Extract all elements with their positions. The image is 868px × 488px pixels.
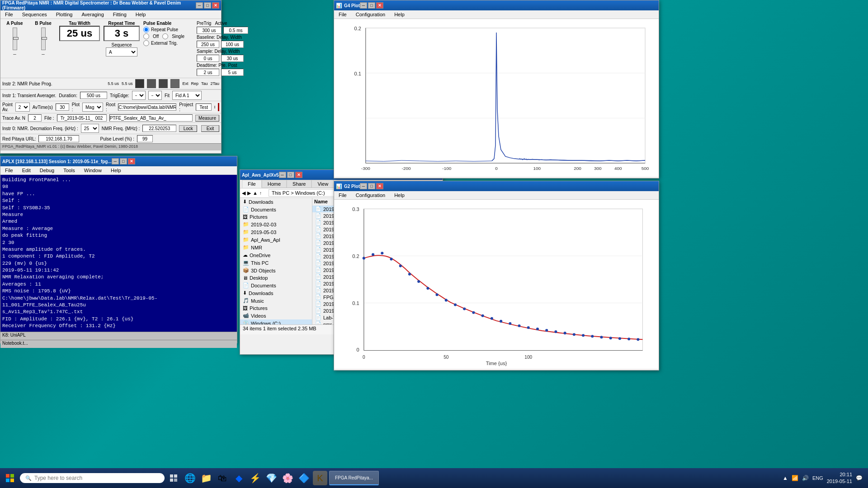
avtimes-input[interactable] (56, 103, 69, 111)
tau2-btn[interactable] (170, 79, 179, 88)
measure-btn[interactable]: Measure (195, 115, 219, 122)
sidebar-item-6[interactable]: 📁 NMR (240, 244, 312, 251)
nav-back-icon[interactable]: ◀ (242, 190, 245, 196)
duration-input[interactable] (80, 92, 107, 99)
aplx-menu-debug[interactable]: Debug (37, 167, 57, 174)
aplx-menu-tools[interactable]: Tools (61, 167, 78, 174)
baseline-width-input[interactable] (221, 41, 244, 48)
point-av-select[interactable]: 2 (15, 103, 30, 112)
aplx-maximize-btn[interactable]: □ (120, 158, 127, 164)
g2-close-btn[interactable]: ✕ (376, 183, 383, 189)
aplx-menu-edit[interactable]: Edit (19, 167, 33, 174)
sample-width-input[interactable] (221, 55, 244, 62)
taskbar-volume-icon[interactable]: 🔊 (802, 475, 809, 481)
radio-repeat[interactable]: Repeat Pulse (143, 27, 193, 33)
g2-minimize-btn[interactable]: ─ (360, 183, 367, 189)
fpga-menu-sequences[interactable]: Sequences (19, 11, 50, 18)
g4-menu-help[interactable]: Help (392, 11, 407, 18)
ext-btn[interactable] (135, 79, 144, 88)
sample-delay-input[interactable] (197, 55, 219, 62)
project-input[interactable] (196, 103, 212, 111)
taskbar-store-icon[interactable]: 🛍 (215, 471, 230, 485)
file-input[interactable] (57, 114, 107, 122)
fpga-menu-plotting[interactable]: Plotting (53, 11, 75, 18)
taskbar-app8-icon[interactable]: 🔷 (297, 471, 311, 485)
taskbar-dropbox-icon[interactable]: ◆ (231, 471, 246, 485)
taskbar-search-input[interactable] (34, 475, 159, 481)
deadtime-pre-input[interactable] (197, 69, 219, 76)
sidebar-item-4[interactable]: 📁 2019-05-03 (240, 228, 312, 236)
fpga-close-btn[interactable]: ✕ (212, 2, 219, 9)
b-pulse-slider[interactable] (42, 37, 47, 40)
file-maximize-btn[interactable]: □ (287, 172, 294, 178)
sidebar-item-1[interactable]: 📄 Documents (240, 206, 312, 213)
taskbar-aplx-icon[interactable]: K (313, 471, 327, 485)
rep-btn[interactable] (147, 79, 156, 88)
aplx-menu-help[interactable]: Help (108, 167, 124, 174)
sidebar-item-10[interactable]: 🖥 Desktop (240, 274, 312, 282)
aplx-minimize-btn[interactable]: ─ (112, 158, 119, 164)
sidebar-item-8[interactable]: 💻 This PC (240, 259, 312, 267)
taskbar-fpga-btn[interactable]: FPGA RedPitaya... (329, 471, 379, 485)
baseline-delay-input[interactable] (197, 41, 219, 48)
sidebar-item-15[interactable]: 📹 Videos (240, 312, 312, 319)
g2-maximize-btn[interactable]: □ (368, 183, 375, 189)
fpga-menu-help[interactable]: Help (133, 11, 149, 18)
file-suffix-input[interactable] (109, 114, 193, 122)
aplx-menu-file[interactable]: File (2, 167, 16, 174)
sidebar-item-5[interactable]: 📁 Apl_Aws_Apl (240, 236, 312, 244)
sidebar-item-0[interactable]: ⬇ Downloads (240, 198, 312, 206)
tau-width-value[interactable]: 25 us (59, 26, 100, 41)
fpga-menu-file[interactable]: File (2, 11, 16, 18)
g2-menu-config[interactable]: Configuration (353, 192, 388, 198)
sidebar-item-14[interactable]: 🖼 Pictures (240, 305, 312, 312)
g4-menu-file[interactable]: File (336, 11, 349, 18)
sidebar-item-16[interactable]: 💿 Windows (C:) (240, 319, 312, 324)
g4-titlebar[interactable]: 📊 G4 Plot ─ □ ✕ (334, 0, 659, 10)
taskbar-notif-icon[interactable]: 💬 (856, 475, 863, 481)
g4-minimize-btn[interactable]: ─ (360, 2, 367, 9)
pretrig-input[interactable] (197, 27, 222, 34)
sidebar-item-11[interactable]: 📄 Documents (240, 282, 312, 289)
trace-av-input[interactable] (28, 114, 42, 122)
taskbar-app6-icon[interactable]: 💎 (264, 471, 278, 485)
fpga-titlebar[interactable]: FPGA RedPitaya NMR : NMR Digital Spectro… (0, 0, 221, 10)
file-close-btn[interactable]: ✕ (295, 172, 302, 178)
fpga-menu-averaging[interactable]: Averaging (79, 11, 106, 18)
lock-btn[interactable]: Lock (179, 125, 197, 132)
taskbar-ie-icon[interactable]: 🌐 (183, 471, 197, 485)
root-input[interactable] (118, 103, 176, 111)
a-pulse-slider[interactable] (13, 37, 19, 40)
g2-menu-file[interactable]: File (336, 192, 349, 198)
sidebar-item-12[interactable]: ⬇ Downloads (240, 289, 312, 297)
fit-select[interactable]: Fid A 1 (172, 91, 202, 100)
aplx-close-btn[interactable]: ✕ (128, 158, 135, 164)
file-tab-home[interactable]: Home (262, 180, 287, 188)
sidebar-item-13[interactable]: 🎵 Music (240, 297, 312, 305)
exit-btn[interactable]: Exit (201, 125, 219, 132)
fpga-minimize-btn[interactable]: ─ (196, 2, 203, 9)
tau-btn[interactable] (159, 79, 168, 88)
aplx-titlebar[interactable]: APLX [192.168.1.133] Session 1: 2019-05-… (0, 156, 237, 166)
task-view-btn[interactable] (166, 471, 181, 485)
g2-menu-help[interactable]: Help (392, 192, 407, 198)
radio-external[interactable]: External Trig. (143, 40, 193, 46)
deadtime-post-input[interactable] (221, 69, 244, 76)
sequence-select[interactable]: A B T1 (106, 47, 137, 56)
g4-close-btn[interactable]: ✕ (376, 2, 383, 9)
repeat-time-value[interactable]: 3 s (104, 26, 140, 41)
active-input[interactable] (223, 27, 248, 34)
aplx-terminal[interactable]: Building FrontPanel ...98have FP ...Self… (0, 175, 237, 332)
fpga-maximize-btn[interactable]: □ (204, 2, 211, 9)
taskbar-search-bar[interactable]: 🔍 (20, 473, 165, 483)
g2-titlebar[interactable]: 📊 G2 Plot ─ □ ✕ (334, 181, 659, 191)
pulse-level-input[interactable] (137, 135, 153, 142)
dec-freq-select[interactable]: 25 (81, 124, 99, 133)
start-button[interactable] (2, 472, 18, 484)
sidebar-item-2[interactable]: 🖼 Pictures (240, 213, 312, 221)
sidebar-item-7[interactable]: ☁ OneDrive (240, 251, 312, 259)
pitaya-input[interactable] (38, 135, 79, 142)
aplx-menu-window[interactable]: Window (81, 167, 104, 174)
trigedge-select[interactable]: ─ (132, 91, 146, 100)
taskbar-app5-icon[interactable]: ⚡ (248, 471, 262, 485)
